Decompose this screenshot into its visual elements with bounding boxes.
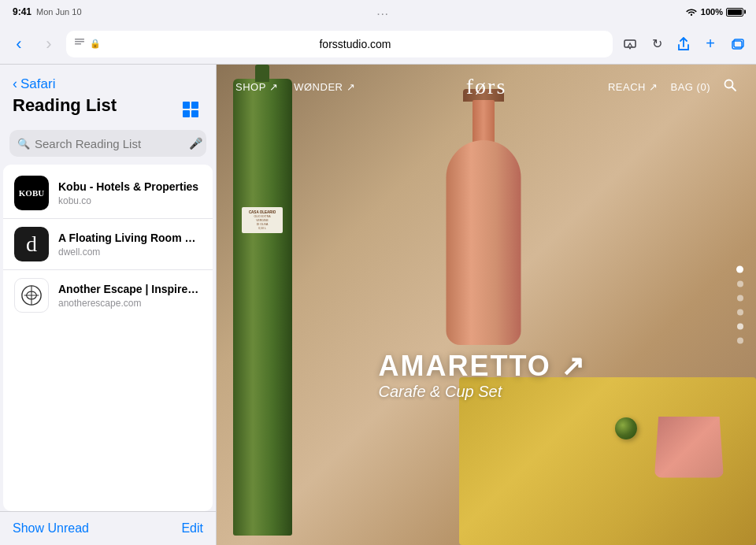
nav-shop[interactable]: SHOP ↗ [235,81,278,93]
hero-subtitle: Carafe & Cup Set [379,383,586,401]
item-content: Kobu - Hotels & Properties kobu.co [58,180,202,206]
nav-reach[interactable]: REACH ↗ [608,81,658,93]
address-bar[interactable]: 🔒 forsstudio.com [66,31,613,57]
bottle-decoration: CASA OLEARIO OLIO EXTRAVERGINEDI OLIVA 0… [233,79,292,536]
slide-dot-1[interactable] [736,266,743,273]
url-display: forsstudio.com [106,38,605,50]
item-title: Kobu - Hotels & Properties [58,180,202,194]
nav-bag[interactable]: BAG (0) [671,81,710,93]
item-favicon-escape [14,278,49,313]
cast-button[interactable] [617,32,643,57]
reading-list: KOBU Kobu - Hotels & Properties kobu.co … [3,165,213,511]
sidebar-footer: Show Unread Edit [0,511,216,545]
status-bar-right: 100% [685,7,743,17]
slide-indicators [736,266,743,344]
refresh-button[interactable]: ↻ [644,32,669,57]
sidebar-back-label: Safari [20,76,55,92]
sidebar-header: ‹ Safari Reading List [0,65,216,130]
back-chevron-icon: ‹ [13,76,17,92]
status-bar-center: ... [377,7,389,17]
hero-image: CASA OLEARIO OLIO EXTRAVERGINEDI OLIVA 0… [217,65,756,545]
wifi-icon [685,7,698,17]
status-bar-left: 9:41 Mon Jun 10 [13,6,82,17]
svg-line-11 [732,87,736,91]
slide-dot-5[interactable] [737,324,743,330]
time-display: 9:41 [13,6,32,17]
favicon-text: d [26,232,37,257]
favicon-text: KOBU [19,188,44,198]
reader-mode-icon [74,37,85,50]
website-frame: CASA OLEARIO OLIO EXTRAVERGINEDI OLIVA 0… [217,65,756,545]
hero-objects: CASA OLEARIO OLIO EXTRAVERGINEDI OLIVA 0… [217,65,756,545]
browser-content: CASA OLEARIO OLIO EXTRAVERGINEDI OLIVA 0… [217,65,756,545]
grid-icon [183,102,198,117]
search-icon: 🔍 [17,138,30,150]
carafe-decoration [432,89,535,531]
sidebar-title: Reading List [13,95,117,116]
forward-button[interactable]: › [36,32,61,57]
hero-text: AMARETTO ↗ Carafe & Cup Set [379,350,586,401]
nav-wonder[interactable]: WØNDER ↗ [294,81,355,93]
item-content: Another Escape | Inspired by nature anot… [58,282,202,309]
browser-toolbar: ‹ › 🔒 forsstudio.com ↻ + [0,24,756,65]
status-bar: 9:41 Mon Jun 10 ... 100% [0,0,756,24]
escape-logo-icon [20,284,43,306]
nav-left: SHOP ↗ WØNDER ↗ [235,81,355,93]
bottle-label: CASA OLEARIO OLIO EXTRAVERGINEDI OLIVA 0… [242,207,283,234]
olive-decoration [615,417,637,439]
date-display: Mon Jun 10 [36,7,81,17]
hero-title: AMARETTO ↗ [379,350,586,383]
lock-icon: 🔒 [90,39,101,49]
item-url: kobu.co [58,195,202,206]
sidebar: ‹ Safari Reading List [0,65,217,545]
item-content: A Floating Living Room Sets a Family's L… [58,231,202,258]
website-nav: SHOP ↗ WØNDER ↗ førs REACH ↗ BAG (0) [217,65,756,109]
item-url: anotherescape.com [58,298,202,309]
battery-icon [726,8,743,17]
svg-rect-1 [75,41,84,43]
nav-search-icon[interactable] [723,78,737,95]
item-favicon-dwell: d [14,227,49,261]
svg-rect-2 [75,43,81,45]
slide-dot-3[interactable] [737,295,743,302]
search-bar[interactable]: 🔍 🎤 [9,130,206,157]
slide-dot-6[interactable] [737,338,743,344]
sidebar-back-button[interactable]: ‹ Safari [13,76,55,92]
reading-list-item[interactable]: Another Escape | Inspired by nature anot… [3,270,213,321]
nav-right: REACH ↗ BAG (0) [608,78,737,95]
search-input[interactable] [35,137,184,150]
reading-list-item[interactable]: KOBU Kobu - Hotels & Properties kobu.co [3,168,213,219]
back-button[interactable]: ‹ [6,32,32,57]
item-favicon-kobu: KOBU [14,176,49,210]
cup-decoration [654,417,724,478]
add-tab-button[interactable]: + [698,32,723,57]
svg-point-4 [629,47,631,49]
reading-list-item[interactable]: d A Floating Living Room Sets a Family's… [3,219,213,270]
item-title: Another Escape | Inspired by nature [58,282,202,296]
svg-rect-0 [75,39,84,40]
slide-dot-4[interactable] [737,310,743,316]
toolbar-right: ↻ + [617,32,750,57]
edit-button[interactable]: Edit [181,521,203,536]
show-unread-button[interactable]: Show Unread [13,521,89,536]
nav-logo[interactable]: førs [466,74,507,99]
sidebar-grid-button[interactable] [178,97,203,122]
sidebar-title-row: Reading List [13,95,203,124]
item-title: A Floating Living Room Sets a Family's L… [58,231,202,245]
dots-icon: ... [377,7,389,17]
battery-display: 100% [701,7,723,17]
slide-dot-2[interactable] [737,281,743,287]
share-button[interactable] [671,32,696,57]
tabs-button[interactable] [724,32,750,57]
microphone-icon[interactable]: 🎤 [189,137,202,150]
item-url: dwell.com [58,247,202,258]
